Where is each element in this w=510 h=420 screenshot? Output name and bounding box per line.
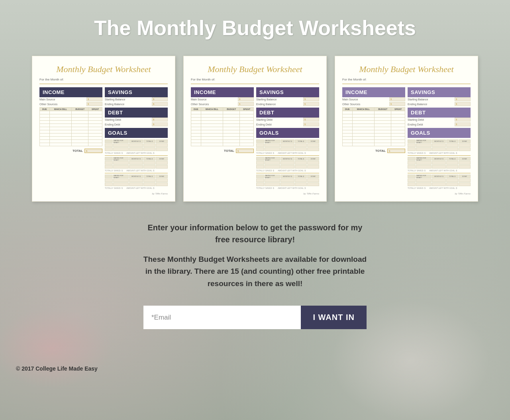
month-label-2: For the Month of:: [191, 78, 319, 81]
worksheet-signature-2: by Tiffin Farms: [191, 192, 319, 195]
worksheet-title-1: Monthly Budget Worksheet: [39, 64, 168, 75]
worksheet-signature-1: by Tiffin Farms: [39, 192, 168, 195]
worksheet-title-2: Monthly Budget Worksheet: [191, 64, 319, 75]
worksheet-card-light: Monthly Budget Worksheet For the Month o…: [335, 56, 478, 202]
email-input[interactable]: [143, 306, 301, 329]
description-text-2: These Monthly Budget Worksheets are avai…: [139, 253, 371, 290]
income-header-1: INCOME: [39, 87, 102, 97]
month-label-1: For the Month of:: [39, 78, 168, 81]
goals-header-2: GOALS: [256, 128, 319, 138]
goals-header-1: GOALS: [105, 128, 168, 138]
debt-header-1: DEBT: [105, 108, 168, 118]
month-arrow-3: [342, 84, 471, 84]
savings-header-2: SAVINGS: [256, 87, 319, 97]
month-arrow-2: [191, 84, 319, 84]
worksheet-card-medium: Monthly Budget Worksheet For the Month o…: [183, 56, 327, 202]
goals-header-3: GOALS: [408, 128, 471, 138]
submit-button[interactable]: I WANT IN: [301, 306, 367, 329]
email-form: I WANT IN: [143, 306, 367, 329]
savings-header-1: SAVINGS: [105, 87, 168, 97]
page-title: The Monthly Budget Worksheets: [94, 16, 416, 40]
worksheets-container: Monthly Budget Worksheet For the Month o…: [16, 56, 494, 202]
description-section: Enter your information below to get the …: [139, 222, 371, 290]
income-header-3: INCOME: [342, 87, 405, 97]
month-arrow-1: [39, 84, 168, 84]
worksheet-card-dark: Monthly Budget Worksheet For the Month o…: [32, 56, 175, 202]
worksheet-signature-3: by Tiffin Farms: [342, 192, 471, 195]
debt-header-2: DEBT: [256, 108, 319, 118]
description-text-1: Enter your information below to get the …: [139, 222, 371, 245]
month-label-3: For the Month of:: [342, 78, 471, 81]
income-header-2: INCOME: [191, 87, 254, 97]
savings-header-3: SAVINGS: [408, 87, 471, 97]
footer-text: © 2017 College Life Made Easy: [16, 365, 98, 372]
debt-header-3: DEBT: [408, 108, 471, 118]
footer: © 2017 College Life Made Easy: [0, 365, 510, 380]
worksheet-title-3: Monthly Budget Worksheet: [342, 64, 471, 75]
